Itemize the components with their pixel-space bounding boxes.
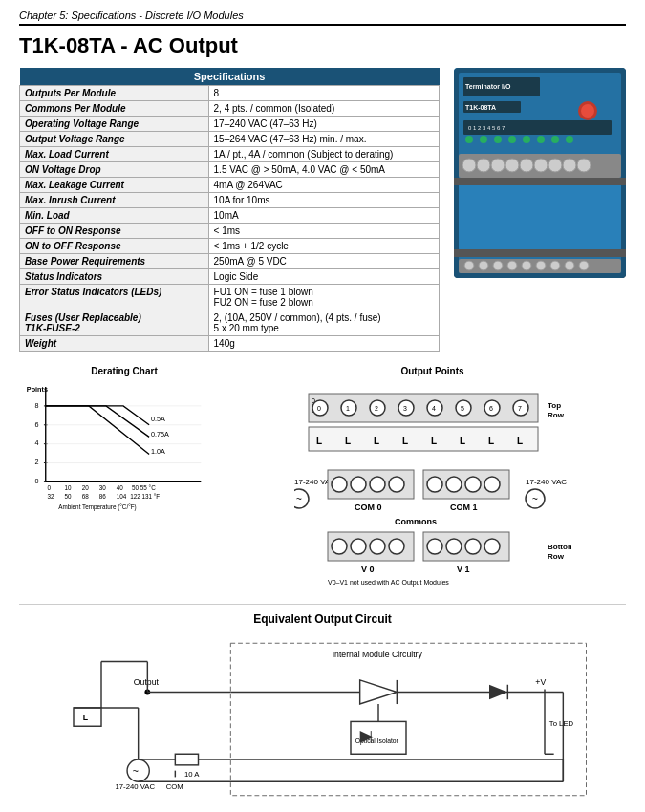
svg-text:L: L [460, 436, 465, 446]
svg-rect-138 [230, 643, 586, 796]
svg-point-39 [565, 261, 574, 270]
svg-point-35 [507, 261, 517, 270]
svg-text:Row: Row [548, 411, 565, 419]
spec-table: Specifications Outputs Per Module8Common… [19, 68, 440, 352]
svg-point-32 [464, 261, 474, 270]
svg-rect-29 [454, 178, 626, 185]
svg-text:COM 1: COM 1 [450, 502, 478, 512]
svg-text:20: 20 [82, 484, 90, 491]
svg-point-12 [494, 136, 502, 143]
svg-point-26 [563, 159, 576, 172]
svg-point-20 [477, 159, 490, 172]
svg-point-36 [522, 261, 531, 270]
spec-value: 15–264 VAC (47–63 Hz) min. / max. [208, 132, 439, 147]
svg-point-108 [332, 477, 347, 492]
spec-value: 10mA [208, 208, 439, 224]
svg-rect-28 [459, 182, 621, 249]
svg-text:4: 4 [432, 405, 436, 412]
spec-label: Fuses (User Replaceable)T1K-FUSE-2 [20, 310, 209, 336]
table-row: Status IndicatorsLogic Side [20, 269, 440, 285]
svg-point-13 [508, 136, 516, 143]
svg-text:Terminator I/O: Terminator I/O [465, 83, 511, 90]
equiv-circuit-svg: Internal Module Circuitry L Output ~ 17-… [46, 633, 600, 805]
spec-value: < 1ms + 1/2 cycle [208, 239, 439, 254]
derating-svg: Points 0 2 4 6 8 0 10 20 30 40 50 55 °C … [19, 378, 210, 512]
page-title: T1K-08TA - AC Output [19, 33, 626, 58]
svg-point-128 [370, 539, 385, 554]
chapter-text: Chapter 5: Specifications - Discrete I/O… [19, 10, 244, 21]
derating-chart: Derating Chart Points 0 2 4 6 8 0 10 20 … [19, 366, 229, 514]
spec-label: ON Voltage Drop [20, 162, 209, 178]
svg-text:86: 86 [99, 493, 107, 500]
svg-text:5: 5 [461, 405, 464, 412]
svg-text:Output: Output [133, 677, 159, 687]
svg-text:1.0A: 1.0A [151, 447, 165, 456]
spec-label: ON to OFF Response [20, 239, 209, 254]
spec-value: FU1 ON = fuse 1 blownFU2 ON = fuse 2 blo… [208, 285, 439, 310]
spec-label: Base Power Requirements [20, 254, 209, 269]
svg-marker-172 [489, 685, 507, 699]
svg-text:1: 1 [346, 405, 350, 412]
spec-label: Operating Voltage Range [20, 117, 209, 132]
spec-label: Weight [20, 336, 209, 352]
svg-point-33 [479, 261, 488, 270]
svg-text:~: ~ [296, 494, 302, 504]
svg-text:COM 0: COM 0 [355, 502, 382, 512]
table-row: Weight140g [20, 336, 440, 352]
spec-value: < 1ms [208, 224, 439, 239]
svg-point-16 [551, 136, 559, 143]
svg-text:6: 6 [489, 405, 493, 412]
equiv-circuit-title: Equivalent Output Circuit [19, 612, 626, 626]
svg-point-134 [465, 539, 481, 554]
svg-text:L: L [345, 436, 351, 446]
spec-label: Status Indicators [20, 269, 209, 285]
spec-label: Commons Per Module [20, 101, 209, 117]
svg-rect-158 [175, 754, 198, 765]
svg-text:104: 104 [117, 493, 127, 500]
spec-value: 8 [208, 86, 439, 101]
svg-point-38 [550, 261, 560, 270]
chapter-header: Chapter 5: Specifications - Discrete I/O… [19, 10, 626, 26]
bottom-section: Derating Chart Points 0 2 4 6 8 0 10 20 … [19, 366, 626, 589]
specs-header: Specifications [20, 68, 440, 86]
spec-value: 1.5 VAC @ > 50mA, 4.0 VAC @ < 50mA [208, 162, 439, 178]
svg-point-34 [493, 261, 503, 270]
svg-point-127 [351, 539, 366, 554]
svg-text:L: L [517, 436, 523, 446]
svg-point-14 [523, 136, 530, 143]
svg-text:+V: +V [535, 677, 546, 687]
table-row: ON to OFF Response< 1ms + 1/2 cycle [20, 239, 440, 254]
svg-point-25 [548, 159, 562, 172]
svg-point-7 [581, 104, 594, 118]
wiring-svg: Top Row 01 0 1 2 [294, 379, 571, 589]
svg-point-109 [351, 477, 366, 492]
svg-text:68: 68 [82, 493, 90, 500]
svg-text:50: 50 [65, 493, 73, 500]
table-row: Outputs Per Module8 [20, 86, 440, 101]
svg-text:2: 2 [375, 405, 378, 412]
spec-label: Error Status Indicators (LEDs) [20, 285, 209, 310]
table-row: Fuses (User Replaceable)T1K-FUSE-22, (10… [20, 310, 440, 336]
table-row: Max. Leakage Current4mA @ 264VAC [20, 178, 440, 193]
svg-text:10 A: 10 A [184, 770, 200, 779]
wiring-diagram-section: Output Points Top Row 01 [239, 366, 626, 589]
table-row: Output Voltage Range15–264 VAC (47–63 Hz… [20, 132, 440, 147]
spec-value: 1A / pt., 4A / common (Subject to derati… [208, 147, 439, 162]
equiv-circuit-section: Equivalent Output Circuit Internal Modul… [19, 604, 626, 805]
svg-point-129 [389, 539, 404, 554]
svg-text:L: L [82, 713, 88, 722]
svg-text:0  1  2  3  4  5  6  7: 0 1 2 3 4 5 6 7 [468, 125, 505, 131]
spec-label: Min. Load [20, 208, 209, 224]
device-svg: Terminator I/O T1K-08TA 0 1 2 3 4 5 6 7 [454, 68, 626, 278]
svg-point-19 [462, 159, 476, 172]
table-row: Error Status Indicators (LEDs)FU1 ON = f… [20, 285, 440, 310]
spec-value: 2, (10A, 250V / common), (4 pts. / fuse)… [208, 310, 439, 336]
device-placeholder: Terminator I/O T1K-08TA 0 1 2 3 4 5 6 7 [454, 68, 626, 278]
svg-text:0: 0 [35, 477, 39, 485]
svg-text:L: L [402, 436, 408, 446]
device-image: Terminator I/O T1K-08TA 0 1 2 3 4 5 6 7 [454, 68, 626, 352]
svg-text:~: ~ [532, 494, 538, 504]
svg-text:40: 40 [117, 484, 124, 491]
svg-text:Top: Top [548, 401, 561, 410]
spec-value: Logic Side [208, 269, 439, 285]
